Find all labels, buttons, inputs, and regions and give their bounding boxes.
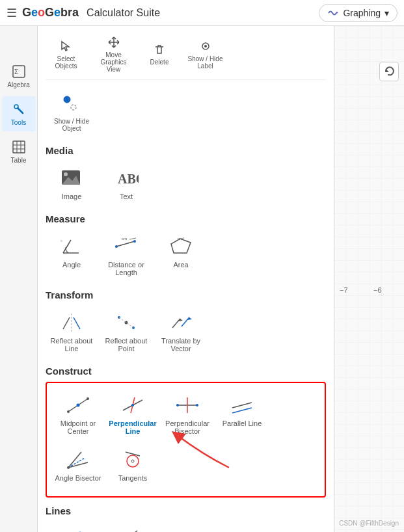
area-tool[interactable]: cm² Area [155,230,207,282]
graph-area: −7 −6 CSDN @FifthDesign [334,26,404,532]
svg-rect-72 [334,26,404,532]
measure-tools: ° Angle cm Dista [46,230,326,282]
svg-text:cm²: cm² [178,237,184,241]
graph-grid: −7 −6 [334,26,404,532]
svg-text:°: ° [61,240,62,245]
svg-text:Σ: Σ [14,68,18,75]
graphing-icon [327,7,339,19]
vector-tool[interactable]: Vector [209,522,262,532]
transform-tools: Reflect about Line Reflect about Point [46,306,326,358]
svg-marker-25 [171,239,191,253]
construct-tools: Midpoint or Center Perpendicular Line [52,388,319,487]
graphing-label: Graphing [343,8,381,18]
measure-header: Measure [46,213,326,224]
svg-line-53 [68,459,84,468]
midpoint-label: Midpoint or Center [55,419,101,435]
tangents-tool[interactable]: Tangents [107,443,159,487]
perp-bisector-label: Perpendicular Bisector [164,419,211,435]
secondary-toolbar: Select Objects Move Graphics View Delete… [46,31,326,80]
line-tool[interactable]: Line [100,522,152,532]
tangents-label: Tangents [118,474,148,482]
perp-bisector-tool[interactable]: Perpendicular Bisector [161,388,213,440]
perpendicular-line-tool[interactable]: Perpendicular Line [107,388,159,440]
delete-tool[interactable]: Delete [143,42,176,66]
midpoint-tool[interactable]: Midpoint or Center [52,388,104,440]
select-objects-tool[interactable]: Select Objects [48,39,84,70]
sidebar-item-tools[interactable]: Tools [2,96,36,131]
show-hide-label: Show / Hide Object [48,118,95,132]
move-graphics-tool[interactable]: Move Graphics View [96,35,131,73]
show-hide-section: Show / Hide Object [46,86,326,137]
svg-point-41 [87,397,89,400]
algebra-label: Algebra [7,81,29,88]
svg-point-10 [204,45,207,47]
svg-point-40 [67,410,70,413]
table-label: Table [11,157,27,164]
graphing-button[interactable]: Graphing ▾ [319,4,397,22]
suite-name: Calculator Suite [87,7,160,19]
show-hide-label-tool[interactable]: Show / Hide Label [187,39,223,70]
svg-line-3 [18,108,23,113]
tools-panel: Select Objects Move Graphics View Delete… [38,26,334,532]
construct-section: Midpoint or Center Perpendicular Line [46,382,326,498]
image-label: Image [62,193,82,200]
svg-point-22 [133,240,136,243]
app-logo: GeoGebra [22,6,79,20]
area-label: Area [173,261,188,269]
topbar: ☰ GeoGebra Calculator Suite Graphing ▾ [0,0,404,26]
svg-line-52 [68,462,88,468]
svg-line-24 [129,238,136,239]
svg-line-51 [68,452,81,468]
construct-header: Construct [46,366,326,377]
text-tool[interactable]: ABC Text [100,161,152,206]
angle-bisector-tool[interactable]: Angle Bisector [52,443,104,487]
parallel-line-tool[interactable]: Parallel Line [216,388,268,440]
lines-tools: Segment Line [46,522,326,532]
parallel-line-label: Parallel Line [222,419,262,427]
menu-icon[interactable]: ☰ [7,6,17,20]
reflect-line-tool[interactable]: Reflect about Line [46,306,98,358]
svg-line-50 [232,408,252,413]
sidebar: Σ Algebra Tools [0,26,38,532]
sidebar-item-table[interactable]: Table [2,134,36,169]
image-tool[interactable]: Image [46,161,98,206]
svg-line-49 [232,403,252,408]
svg-rect-4 [13,141,25,153]
svg-line-28 [63,317,70,329]
svg-point-21 [115,245,118,248]
reflect-point-tool[interactable]: Reflect about Point [100,306,152,358]
tools-label: Tools [11,119,26,126]
svg-marker-71 [386,69,389,72]
sidebar-item-algebra[interactable]: Σ Algebra [2,59,36,94]
angle-bisector-label: Angle Bisector [55,474,101,482]
svg-line-18 [63,240,71,253]
media-tools: Image ABC Text [46,161,326,206]
translate-vector-tool[interactable]: Translate by Vector [155,306,207,358]
undo-button[interactable] [379,62,399,81]
table-icon [11,139,27,155]
angle-tool[interactable]: ° Angle [46,230,98,282]
distance-tool[interactable]: cm Distance or Length [100,230,152,282]
dropdown-icon: ▾ [384,8,389,18]
svg-point-55 [127,455,139,467]
ray-tool[interactable]: Ray [155,522,207,532]
svg-point-48 [196,404,198,406]
show-hide-object-tool[interactable]: Show / Hide Object [46,86,98,137]
svg-point-11 [64,96,70,103]
svg-point-56 [131,460,134,462]
svg-point-47 [176,404,179,406]
graph-label-minus7: −7 [340,286,348,294]
svg-marker-36 [178,319,183,321]
translate-vector-label: Translate by Vector [157,337,204,352]
svg-point-12 [71,105,76,110]
distance-label: Distance or Length [103,261,150,276]
svg-line-29 [74,317,80,329]
reflect-point-label: Reflect about Point [103,337,150,352]
angle-label: Angle [62,261,81,269]
segment-tool[interactable]: Segment [46,522,98,532]
text-label: Text [120,193,133,200]
reflect-line-label: Reflect about Line [48,337,95,352]
lines-header: Lines [46,505,326,516]
svg-point-15 [64,172,68,176]
tools-icon [11,101,27,117]
